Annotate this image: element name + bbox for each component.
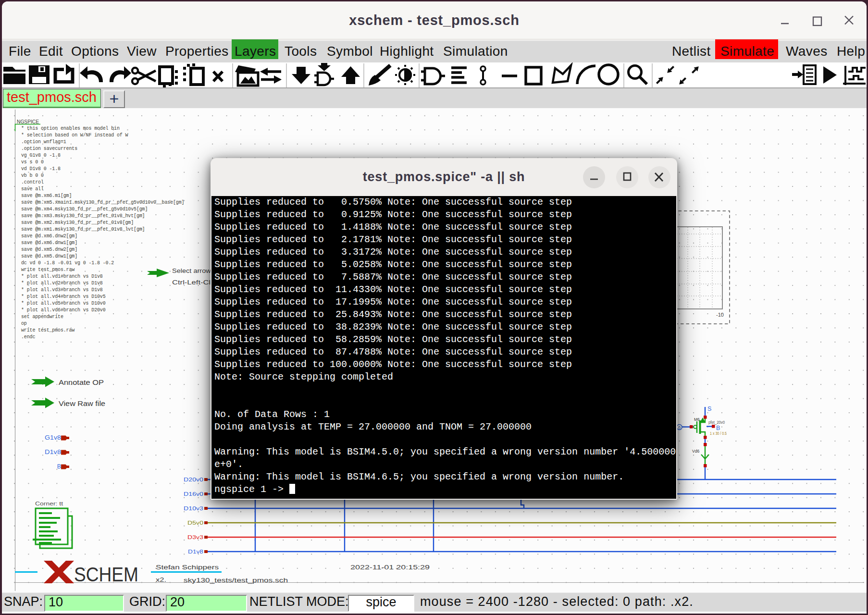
svg-text:pfet_20v0: pfet_20v0	[708, 420, 725, 425]
svg-text:2022-11-01 20:15:29: 2022-11-01 20:15:29	[350, 564, 430, 571]
svg-text:Stefan Schippers: Stefan Schippers	[156, 564, 219, 571]
svg-text:D10v3: D10v3	[184, 505, 203, 511]
svg-text:S: S	[707, 406, 711, 412]
svg-text:SCHEM: SCHEM	[74, 563, 138, 586]
svg-text:D3v3: D3v3	[187, 534, 203, 540]
svg-text:Vd6: Vd6	[692, 449, 699, 454]
svg-text:Select arrow s: Select arrow s	[172, 267, 217, 274]
svg-text:D1v8: D1v8	[45, 449, 61, 455]
svg-text:Ctrl-Left-Cli: Ctrl-Left-Cli	[172, 279, 212, 286]
svg-text:View Raw file: View Raw file	[59, 400, 105, 407]
svg-text:D1v8: D1v8	[188, 549, 203, 554]
svg-text:NGSPICE: NGSPICE	[17, 119, 39, 124]
svg-text:D16v0: D16v0	[184, 491, 203, 497]
svg-text:-10: -10	[716, 312, 724, 318]
svg-text:D5v0: D5v0	[187, 520, 203, 526]
svg-text:1 x 30 / 0.5: 1 x 30 / 0.5	[710, 431, 727, 436]
svg-text:M6: M6	[694, 417, 700, 422]
svg-text:sky130_tests/test_pmos.sch: sky130_tests/test_pmos.sch	[184, 577, 288, 584]
svg-text:Annotate OP: Annotate OP	[59, 379, 104, 386]
svg-text:D20v0: D20v0	[184, 477, 203, 482]
svg-text:x2.: x2.	[156, 576, 166, 583]
svg-text:0: 0	[678, 425, 681, 430]
svg-text:Corner: tt: Corner: tt	[35, 501, 63, 506]
svg-text:G1v8: G1v8	[45, 434, 61, 441]
svg-text:B: B	[57, 463, 61, 470]
svg-text:B: B	[716, 425, 720, 431]
